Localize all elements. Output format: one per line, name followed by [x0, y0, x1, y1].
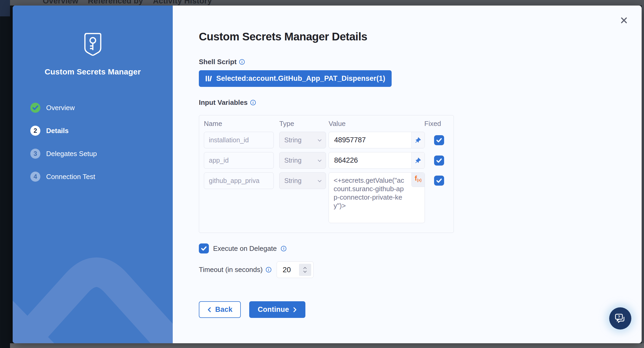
- stepper-down-icon: [303, 269, 307, 273]
- help-button[interactable]: ?: [609, 307, 631, 330]
- column-header-type: Type: [279, 120, 294, 128]
- step-details[interactable]: 2 Details: [30, 126, 173, 136]
- close-icon: [620, 17, 628, 24]
- table-header: Name Type Value Fixed: [204, 120, 449, 128]
- backdrop-bottom-strip: [10, 343, 644, 348]
- close-button[interactable]: [619, 16, 628, 25]
- timeout-input[interactable]: 20: [277, 261, 314, 278]
- variable-type-value: String: [284, 136, 301, 144]
- page: { "backdrop": { "tabs": ["Overview", "Re…: [0, 0, 644, 348]
- table-row: installation_id String 48957787: [204, 132, 449, 148]
- fx-icon-sub: (x): [417, 178, 421, 182]
- chevron-down-icon: [318, 158, 321, 162]
- fixed-checkbox[interactable]: [434, 135, 444, 145]
- wizard-title: Custom Secrets Manager: [45, 67, 141, 76]
- step-number-badge: 4: [30, 172, 40, 182]
- variable-value-textarea[interactable]: <+secrets.getValue("account.suranc-githu…: [329, 172, 425, 223]
- pin-icon: [415, 137, 421, 143]
- checkmark-icon: [436, 178, 442, 183]
- variable-value-text: 864226: [329, 156, 411, 164]
- variable-name-field[interactable]: installation_id: [204, 132, 274, 148]
- brand-watermark-logo: [13, 230, 173, 343]
- number-stepper[interactable]: [299, 264, 311, 276]
- fx-icon: f: [415, 175, 417, 182]
- variable-name-field[interactable]: app_id: [204, 152, 274, 169]
- variable-value-field[interactable]: 48957787: [329, 132, 425, 148]
- variable-type-value: String: [284, 177, 301, 185]
- continue-button[interactable]: Continue: [249, 301, 305, 318]
- step-overview[interactable]: Overview: [30, 103, 173, 113]
- execute-on-delegate-label: Execute on Delegate: [213, 244, 277, 253]
- svg-text:?: ?: [618, 314, 620, 319]
- variable-name-field[interactable]: github_app_priva: [204, 172, 274, 189]
- variable-value-text: <+secrets.getValue("account.suranc-githu…: [329, 173, 408, 210]
- checkmark-icon: [436, 138, 442, 142]
- input-variables-label: Input Variables: [199, 98, 248, 107]
- chevron-right-icon: [293, 307, 297, 312]
- step-label: Details: [46, 127, 69, 135]
- variable-type-select[interactable]: String: [279, 172, 326, 189]
- fixed-checkbox[interactable]: [434, 156, 444, 166]
- back-button-label: Back: [215, 305, 232, 314]
- table-row: github_app_priva String <+secrets.getVal…: [204, 172, 449, 223]
- info-icon[interactable]: i: [250, 100, 256, 105]
- step-label: Connection Test: [46, 173, 95, 181]
- step-connection-test[interactable]: 4 Connection Test: [30, 172, 173, 182]
- variable-value-field[interactable]: 864226: [329, 152, 425, 169]
- table-row: app_id String 864226: [204, 152, 449, 169]
- help-chat-icon: ?: [614, 313, 626, 324]
- step-complete-check-icon: [30, 103, 40, 113]
- execute-on-delegate-checkbox[interactable]: [199, 243, 209, 253]
- variable-value-text: 48957787: [329, 136, 411, 144]
- background-tab-activity-history: Activity History: [153, 0, 212, 5]
- info-icon[interactable]: i: [239, 59, 245, 65]
- timeout-label: Timeout (in seconds): [199, 266, 263, 274]
- fixed-checkbox[interactable]: [434, 176, 444, 186]
- page-title: Custom Secrets Manager Details: [199, 30, 642, 44]
- continue-button-label: Continue: [258, 305, 289, 314]
- chevron-down-icon: [318, 178, 321, 182]
- input-variables-table: Name Type Value Fixed installation_id St…: [199, 115, 454, 233]
- expression-value-type-button[interactable]: f(x): [411, 173, 425, 187]
- back-button[interactable]: Back: [199, 301, 241, 318]
- chevron-left-icon: [207, 307, 211, 312]
- backdrop-right-strip: [642, 6, 644, 343]
- details-panel: Custom Secrets Manager Details Shell Scr…: [173, 6, 642, 343]
- shell-script-selected-value: Selected:account.GitHub_App_PAT_Dispense…: [216, 74, 385, 83]
- timeout-value: 20: [277, 266, 291, 274]
- column-header-fixed: Fixed: [424, 120, 441, 128]
- wizard-steps: Overview 2 Details 3 Delegates Setup 4 C…: [13, 103, 173, 195]
- custom-secrets-manager-modal: Custom Secrets Manager Overview 2 Detail…: [13, 6, 642, 343]
- checkmark-icon: [201, 246, 206, 251]
- wizard-sidebar: Custom Secrets Manager Overview 2 Detail…: [13, 6, 173, 343]
- column-header-name: Name: [204, 120, 222, 128]
- info-icon[interactable]: i: [281, 246, 286, 251]
- template-library-icon: [205, 75, 212, 82]
- info-icon[interactable]: i: [266, 267, 271, 272]
- chevron-down-icon: [318, 138, 321, 142]
- background-tab-overview: Overview: [43, 0, 78, 5]
- secrets-manager-shield-key-icon: [81, 32, 104, 58]
- pin-value-type-button[interactable]: [411, 132, 425, 148]
- pin-icon: [415, 157, 421, 164]
- background-nav-corner: [0, 0, 10, 16]
- step-delegates-setup[interactable]: 3 Delegates Setup: [30, 149, 173, 159]
- background-tab-bar: Overview Referenced by Activity History: [10, 0, 644, 6]
- background-tab-referenced-by: Referenced by: [88, 0, 143, 5]
- variable-type-select[interactable]: String: [279, 132, 326, 148]
- checkmark-icon: [436, 158, 442, 163]
- shell-script-label: Shell Script: [199, 58, 237, 66]
- step-number-badge: 3: [30, 149, 40, 159]
- pin-value-type-button[interactable]: [411, 152, 425, 168]
- shell-script-selected-button[interactable]: Selected:account.GitHub_App_PAT_Dispense…: [199, 70, 392, 87]
- variable-type-select[interactable]: String: [279, 152, 326, 169]
- column-header-value: Value: [329, 120, 346, 128]
- variable-type-value: String: [284, 157, 301, 164]
- step-number-badge: 2: [30, 126, 40, 136]
- step-label: Delegates Setup: [46, 150, 97, 158]
- step-label: Overview: [46, 104, 75, 112]
